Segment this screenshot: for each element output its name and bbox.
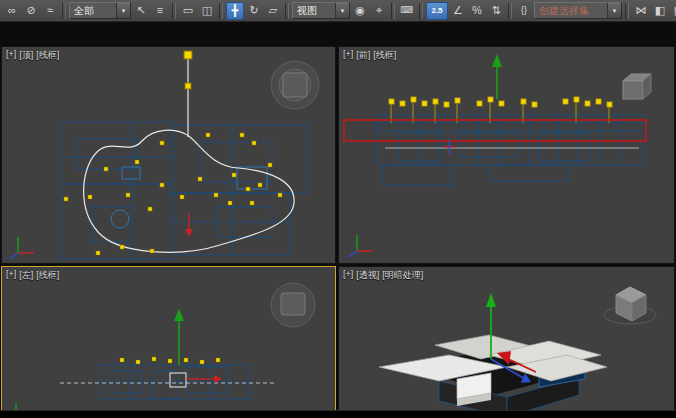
viewport-shading-button[interactable]: [明暗处理] — [382, 269, 423, 282]
view-compass-gizmo[interactable] — [271, 283, 315, 327]
window-crossing-icon[interactable]: ◫ — [198, 2, 216, 20]
select-and-link-icon[interactable]: ∞ — [3, 2, 21, 20]
spline-vertex-handle[interactable] — [185, 83, 191, 89]
bind-to-spacewarp-icon[interactable]: ≈ — [41, 2, 59, 20]
toolbar-separator — [419, 3, 423, 19]
max-application-window: ∞ ⊘ ≈ 全部 ▼ ↖ ≡ ▭ ◫ ╋ ↻ ▱ 视图 ▼ ◉ ⌖ ⌨ 2.5 … — [0, 0, 676, 418]
viewport-front-label: [+] [前] [线框] — [343, 49, 396, 62]
viewport-area: [+] [顶] [线框] — [0, 22, 676, 410]
view-compass-gizmo[interactable] — [271, 61, 319, 109]
select-and-scale-icon[interactable]: ▱ — [264, 2, 282, 20]
viewport-menu-button[interactable]: [+] — [343, 49, 353, 62]
chevron-down-icon[interactable]: ▼ — [607, 3, 621, 18]
viewport-pov-button[interactable]: [前] — [356, 49, 370, 62]
use-pivot-center-icon[interactable]: ◉ — [351, 2, 369, 20]
viewport-pov-button[interactable]: [左] — [19, 269, 33, 282]
viewport-left[interactable]: [+] [左] [线框] — [1, 266, 336, 418]
toolbar-separator — [285, 3, 289, 19]
viewport-front[interactable]: [+] [前] [线框] — [338, 46, 675, 264]
viewport-perspective-canvas[interactable] — [339, 267, 674, 418]
mirror-icon[interactable]: ⋈ — [632, 2, 650, 20]
select-object-icon[interactable]: ↖ — [132, 2, 150, 20]
viewcube-gizmo[interactable] — [623, 74, 651, 99]
toolbar-separator — [391, 3, 395, 19]
chevron-down-icon[interactable]: ▼ — [116, 3, 130, 18]
angle-snap-icon[interactable]: ∠ — [449, 2, 467, 20]
select-by-name-icon[interactable]: ≡ — [151, 2, 169, 20]
keyboard-override-icon[interactable]: ⌨ — [398, 2, 416, 20]
viewport-pov-button[interactable]: [顶] — [19, 49, 33, 62]
viewport-perspective-label: [+] [透视] [明暗处理] — [343, 269, 423, 282]
main-toolbar: ∞ ⊘ ≈ 全部 ▼ ↖ ≡ ▭ ◫ ╋ ↻ ▱ 视图 ▼ ◉ ⌖ ⌨ 2.5 … — [0, 0, 676, 22]
named-selection-sets-dropdown[interactable]: 创建选择集 ▼ — [534, 2, 622, 19]
elevation-wireframe[interactable] — [100, 365, 250, 399]
world-axis-tripod — [10, 237, 34, 259]
toolbar-separator — [219, 3, 223, 19]
select-and-move-icon[interactable]: ╋ — [226, 2, 244, 20]
viewport-perspective[interactable]: [+] [透视] [明暗处理] — [338, 266, 675, 418]
viewcube-gizmo[interactable] — [604, 287, 656, 324]
toolbar-separator — [625, 3, 629, 19]
viewport-menu-button[interactable]: [+] — [6, 49, 16, 62]
viewport-shading-button[interactable]: [线框] — [373, 49, 396, 62]
percent-snap-icon[interactable]: % — [468, 2, 486, 20]
unlink-selection-icon[interactable]: ⊘ — [22, 2, 40, 20]
selected-object-highlight[interactable] — [170, 373, 186, 387]
viewport-menu-button[interactable]: [+] — [6, 269, 16, 282]
align-icon[interactable]: ◧ — [651, 2, 669, 20]
light-markers[interactable] — [120, 357, 220, 364]
toolbar-separator — [62, 3, 66, 19]
move-gizmo-small[interactable] — [443, 140, 457, 154]
toolbar-separator — [172, 3, 176, 19]
gizmo-y-axis-arrow[interactable] — [492, 54, 502, 99]
viewport-pov-button[interactable]: [透视] — [356, 269, 379, 282]
reference-coordinate-dropdown[interactable]: 视图 ▼ — [292, 2, 350, 19]
viewport-top-label: [+] [顶] [线框] — [6, 49, 59, 62]
named-selection-sets-value: 创建选择集 — [535, 4, 607, 18]
selection-filter-value: 全部 — [70, 4, 116, 18]
viewport-top[interactable]: [+] [顶] [线框] — [1, 46, 336, 264]
viewport-shading-button[interactable]: [线框] — [36, 269, 59, 282]
rect-selection-region-icon[interactable]: ▭ — [179, 2, 197, 20]
move-gizmo[interactable] — [174, 309, 222, 383]
viewport-front-canvas[interactable] — [339, 47, 674, 263]
shaded-room-model[interactable] — [379, 335, 607, 417]
selection-filter-dropdown[interactable]: 全部 ▼ — [69, 2, 131, 19]
viewport-top-canvas[interactable] — [2, 47, 335, 263]
plan-wireframe[interactable] — [60, 122, 307, 259]
snap-toggle-25-icon[interactable]: 2.5 — [426, 2, 448, 20]
spinner-snap-icon[interactable]: ⇅ — [487, 2, 505, 20]
selected-axis-arrow[interactable] — [185, 213, 193, 237]
bottom-status-strip — [0, 410, 676, 418]
viewport-left-label: [+] [左] [线框] — [6, 269, 59, 282]
edit-named-sets-icon[interactable]: {} — [515, 2, 533, 20]
reference-coordinate-value: 视图 — [293, 4, 335, 18]
viewport-left-canvas[interactable] — [2, 267, 335, 418]
viewport-shading-button[interactable]: [线框] — [36, 49, 59, 62]
select-and-manipulate-icon[interactable]: ⌖ — [370, 2, 388, 20]
toolbar-separator — [508, 3, 512, 19]
viewport-menu-button[interactable]: [+] — [343, 269, 353, 282]
elevation-wireframe[interactable] — [377, 115, 645, 185]
layer-manager-icon[interactable]: ▤ — [670, 2, 676, 20]
select-and-rotate-icon[interactable]: ↻ — [245, 2, 263, 20]
world-axis-tripod — [349, 235, 373, 257]
chevron-down-icon[interactable]: ▼ — [335, 3, 349, 18]
spline-vertex-handle[interactable] — [184, 51, 192, 59]
